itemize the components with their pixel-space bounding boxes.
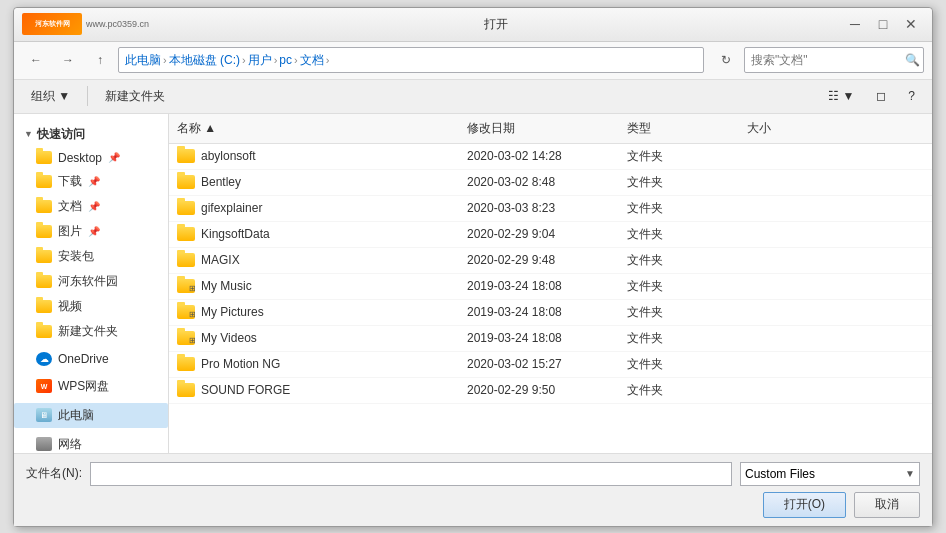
logo: 河东软件网 www.pc0359.cn <box>22 13 149 35</box>
help-button[interactable]: ? <box>899 84 924 108</box>
sidebar-item-desktop[interactable]: Desktop 📌 <box>14 147 168 169</box>
file-type: 文件夹 <box>627 200 663 217</box>
dialog-title: 打开 <box>149 16 842 33</box>
search-icon: 🔍 <box>905 53 920 67</box>
address-box[interactable]: 此电脑 › 本地磁盘 (C:) › 用户 › pc › 文档 › <box>118 47 704 73</box>
table-row[interactable]: MAGIX 2020-02-29 9:48 文件夹 <box>169 248 932 274</box>
cloud-icon: ☁ <box>36 352 52 366</box>
sidebar-item-label: 新建文件夹 <box>58 323 118 340</box>
crumb-disk[interactable]: 本地磁盘 (C:) <box>169 52 240 69</box>
folder-icon <box>36 174 52 188</box>
file-date-cell: 2020-03-03 8:23 <box>459 200 619 216</box>
file-type-cell: 文件夹 <box>619 173 739 192</box>
file-type: 文件夹 <box>627 330 663 347</box>
col-header-name[interactable]: 名称 ▲ <box>169 118 459 139</box>
table-row[interactable]: abylonsoft 2020-03-02 14:28 文件夹 <box>169 144 932 170</box>
file-date: 2020-03-02 8:48 <box>467 175 555 189</box>
cancel-button[interactable]: 取消 <box>854 492 920 518</box>
organize-button[interactable]: 组织 ▼ <box>22 84 79 108</box>
network-section: 网络 <box>14 432 168 453</box>
quick-access-header[interactable]: ▼ 快速访问 <box>14 122 168 147</box>
open-button[interactable]: 打开(O) <box>763 492 846 518</box>
sidebar-item-downloads[interactable]: 下载 📌 <box>14 169 168 194</box>
folder-icon <box>177 383 195 397</box>
new-folder-button[interactable]: 新建文件夹 <box>96 84 174 108</box>
crumb-users[interactable]: 用户 <box>248 52 272 69</box>
file-type-cell: 文件夹 <box>619 329 739 348</box>
maximize-button[interactable]: □ <box>870 13 896 35</box>
sidebar-item-wps[interactable]: W WPS网盘 <box>14 374 168 399</box>
view-mode-button[interactable]: ☷ ▼ <box>819 84 863 108</box>
crumb-pc[interactable]: 此电脑 <box>125 52 161 69</box>
file-name-cell: Bentley <box>169 174 459 190</box>
refresh-button[interactable]: ↻ <box>712 46 740 74</box>
table-row[interactable]: gifexplainer 2020-03-03 8:23 文件夹 <box>169 196 932 222</box>
sidebar-item-videos[interactable]: 视频 <box>14 294 168 319</box>
forward-button[interactable]: → <box>54 46 82 74</box>
table-row[interactable]: Pro Motion NG 2020-03-02 15:27 文件夹 <box>169 352 932 378</box>
filetype-select[interactable]: Custom Files ▼ <box>740 462 920 486</box>
col-header-date[interactable]: 修改日期 <box>459 118 619 139</box>
file-type: 文件夹 <box>627 252 663 269</box>
table-row[interactable]: My Videos 2019-03-24 18:08 文件夹 <box>169 326 932 352</box>
file-size-cell <box>739 181 839 183</box>
folder-icon <box>36 224 52 238</box>
sidebar-item-onedrive[interactable]: ☁ OneDrive <box>14 348 168 370</box>
table-row[interactable]: My Pictures 2019-03-24 18:08 文件夹 <box>169 300 932 326</box>
folder-icon <box>36 199 52 213</box>
sidebar-item-newfolder[interactable]: 新建文件夹 <box>14 319 168 344</box>
folder-icon <box>177 227 195 241</box>
file-size-cell <box>739 155 839 157</box>
file-type-cell: 文件夹 <box>619 303 739 322</box>
sidebar-item-hedong[interactable]: 河东软件园 <box>14 269 168 294</box>
crumb-pc-user[interactable]: pc <box>279 53 292 67</box>
sidebar-item-docs[interactable]: 文档 📌 <box>14 194 168 219</box>
file-name: My Pictures <box>201 305 264 319</box>
logo-image: 河东软件网 <box>22 13 82 35</box>
sidebar-item-install[interactable]: 安装包 <box>14 244 168 269</box>
sidebar-item-network[interactable]: 网络 <box>14 432 168 453</box>
file-rows-container: abylonsoft 2020-03-02 14:28 文件夹 Bentley … <box>169 144 932 404</box>
file-date-cell: 2020-02-29 9:48 <box>459 252 619 268</box>
file-type: 文件夹 <box>627 148 663 165</box>
file-date: 2020-02-29 9:48 <box>467 253 555 267</box>
file-date-cell: 2019-03-24 18:08 <box>459 278 619 294</box>
expand-arrow: ▼ <box>24 129 33 139</box>
table-row[interactable]: SOUND FORGE 2020-02-29 9:50 文件夹 <box>169 378 932 404</box>
table-row[interactable]: KingsoftData 2020-02-29 9:04 文件夹 <box>169 222 932 248</box>
preview-button[interactable]: ◻ <box>867 84 895 108</box>
col-header-type[interactable]: 类型 <box>619 118 739 139</box>
file-type-cell: 文件夹 <box>619 147 739 166</box>
file-size-cell <box>739 311 839 313</box>
sidebar-item-label: 下载 <box>58 173 82 190</box>
file-name: Bentley <box>201 175 241 189</box>
crumb-docs[interactable]: 文档 <box>300 52 324 69</box>
toolbar-separator <box>87 86 88 106</box>
col-header-size[interactable]: 大小 <box>739 118 839 139</box>
search-input[interactable] <box>751 53 901 67</box>
wps-icon: W <box>36 379 52 393</box>
file-name-cell: My Videos <box>169 330 459 346</box>
folder-icon <box>36 299 52 313</box>
file-size-cell <box>739 259 839 261</box>
table-row[interactable]: My Music 2019-03-24 18:08 文件夹 <box>169 274 932 300</box>
file-type-cell: 文件夹 <box>619 225 739 244</box>
file-name: SOUND FORGE <box>201 383 290 397</box>
file-name: Pro Motion NG <box>201 357 280 371</box>
filename-input[interactable] <box>90 462 732 486</box>
pin-icon: 📌 <box>88 226 100 237</box>
back-button[interactable]: ← <box>22 46 50 74</box>
minimize-button[interactable]: ─ <box>842 13 868 35</box>
file-type-cell: 文件夹 <box>619 381 739 400</box>
file-name-cell: abylonsoft <box>169 148 459 164</box>
file-list[interactable]: 名称 ▲ 修改日期 类型 大小 abylonsoft 2020-03-02 1 <box>169 114 932 453</box>
close-button[interactable]: ✕ <box>898 13 924 35</box>
sidebar-item-label: WPS网盘 <box>58 378 109 395</box>
table-row[interactable]: Bentley 2020-03-02 8:48 文件夹 <box>169 170 932 196</box>
sidebar-item-thispc[interactable]: 🖥 此电脑 <box>14 403 168 428</box>
search-box[interactable]: 🔍 <box>744 47 924 73</box>
up-button[interactable]: ↑ <box>86 46 114 74</box>
sidebar-item-label: 网络 <box>58 436 82 453</box>
sidebar-item-pictures[interactable]: 图片 📌 <box>14 219 168 244</box>
sidebar-item-label: Desktop <box>58 151 102 165</box>
